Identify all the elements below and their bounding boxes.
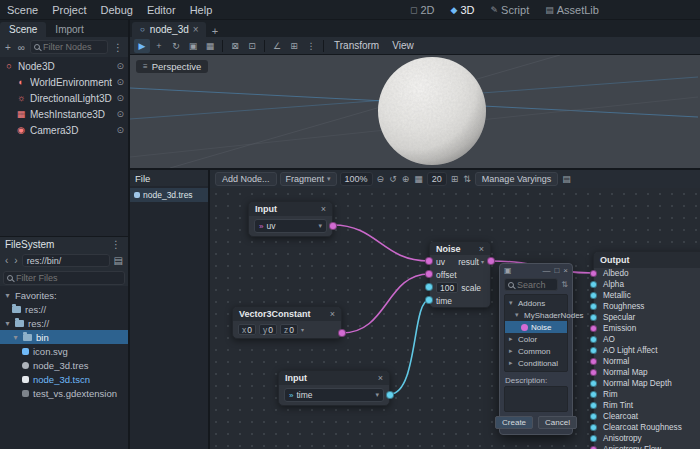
grid-toggle-icon[interactable]: ▦ <box>413 174 424 184</box>
3d-viewport[interactable]: ≡ Perspective <box>130 55 700 168</box>
favorites-row[interactable]: ▾ Favorites: <box>0 288 128 302</box>
minimize-icon[interactable]: — <box>542 266 550 275</box>
expand-arrow-icon[interactable]: ▸ <box>509 347 515 355</box>
create-node-dialog[interactable]: ▣ — □ × ⇅ <box>499 263 573 435</box>
filter-files-input[interactable] <box>16 273 121 283</box>
perspective-button[interactable]: ≡ Perspective <box>136 60 208 73</box>
favorite-res-row[interactable]: res:// <box>0 302 128 316</box>
graph-node-output[interactable]: Output Albedo Alpha Metallic Roughness S… <box>593 251 700 449</box>
input-port[interactable] <box>590 435 597 442</box>
nav-back-icon[interactable]: ‹ <box>3 255 10 266</box>
output-port-result[interactable] <box>487 257 495 265</box>
x-field[interactable]: x0 <box>238 324 256 335</box>
graph-node-vector3constant[interactable]: Vector3Constant × x0 y0 <box>232 306 342 339</box>
input-port[interactable] <box>590 325 597 332</box>
expand-arrow-icon[interactable]: ▾ <box>515 311 521 319</box>
scale-tool-icon[interactable]: ▣ <box>185 39 201 53</box>
instance-scene-icon[interactable]: ∞ <box>16 42 27 53</box>
expand-arrow-icon[interactable]: ▾ <box>4 291 11 300</box>
zoom-reset-icon[interactable]: ↺ <box>388 174 398 184</box>
input-port[interactable] <box>590 281 597 288</box>
menu-debug[interactable]: Debug <box>93 4 139 16</box>
input-port-time[interactable] <box>425 296 433 304</box>
input-port-uv[interactable] <box>425 257 433 265</box>
snap-icon[interactable]: ⊞ <box>286 39 302 53</box>
output-port[interactable] <box>329 222 337 230</box>
mode-3d-button[interactable]: ◆ 3D <box>444 4 482 16</box>
sort-icon[interactable]: ⇅ <box>561 280 568 289</box>
visibility-icon[interactable]: ⊙ <box>116 93 124 103</box>
shader-graph[interactable]: Input × » uv ▾ <box>210 188 700 449</box>
maximize-icon[interactable]: □ <box>554 266 559 275</box>
dialog-title-bar[interactable]: ▣ — □ × <box>500 264 572 277</box>
scale-value-field[interactable]: 100 <box>436 282 458 293</box>
graph-node-input-uv[interactable]: Input × » uv ▾ <box>248 201 333 237</box>
close-icon[interactable]: × <box>378 373 383 383</box>
snap-toggle-icon[interactable]: ⊞ <box>450 174 460 184</box>
input-port[interactable] <box>590 380 597 387</box>
tree-item-myshadernodes[interactable]: ▾ MyShaderNodes <box>505 309 567 321</box>
input-port[interactable] <box>590 402 597 409</box>
file-node3d-tscn-row[interactable]: node_3d.tscn <box>0 372 128 386</box>
node-title-bar[interactable]: Noise × <box>430 242 490 255</box>
list-select-tool-icon[interactable]: ▦ <box>202 39 218 53</box>
cancel-button[interactable]: Cancel <box>538 416 577 429</box>
expand-arrow-icon[interactable]: ▾ <box>4 319 11 328</box>
close-icon[interactable]: × <box>321 204 326 214</box>
sort-icon[interactable]: ⇅ <box>462 174 472 184</box>
input-port[interactable] <box>590 413 597 420</box>
mesh-sphere[interactable] <box>376 55 488 168</box>
input-port[interactable] <box>590 270 597 277</box>
add-node-button[interactable]: Add Node... <box>215 172 277 186</box>
visibility-icon[interactable]: ⊙ <box>116 125 124 135</box>
rotate-tool-icon[interactable]: ↻ <box>168 39 184 53</box>
expand-arrow-icon[interactable]: ▸ <box>509 359 515 367</box>
tree-item-color[interactable]: ▸ Color <box>505 333 567 345</box>
transform-menu[interactable]: Transform <box>328 40 385 51</box>
move-tool-icon[interactable]: + <box>151 39 167 53</box>
expand-arrow-icon[interactable]: ▾ <box>12 333 19 342</box>
create-button[interactable]: Create <box>495 416 533 429</box>
current-path[interactable]: res://bin/ <box>22 254 110 267</box>
scene-tab-node3d[interactable]: ○ node_3d × <box>132 22 206 37</box>
input-port[interactable] <box>590 391 597 398</box>
visibility-icon[interactable]: ⊙ <box>116 61 124 71</box>
tree-item-noise[interactable]: Noise <box>505 321 567 333</box>
tree-row-directionallight3d[interactable]: ☼ DirectionalLight3D ⊙ <box>0 90 128 106</box>
close-icon[interactable]: × <box>330 309 335 319</box>
tree-item-addons[interactable]: ▾ Addons <box>505 297 567 309</box>
graph-node-noise[interactable]: Noise × uv result ▾ <box>429 241 491 308</box>
ruler-icon[interactable]: ∠ <box>269 39 285 53</box>
output-port[interactable] <box>338 329 346 337</box>
tree-item-conditional[interactable]: ▸ Conditional <box>505 357 567 369</box>
node-title-bar[interactable]: Input × <box>249 202 332 216</box>
nav-forward-icon[interactable]: › <box>12 255 19 266</box>
tab-import[interactable]: Import <box>46 22 92 37</box>
close-icon[interactable]: × <box>479 244 484 254</box>
root-row[interactable]: ▾ res:// <box>0 316 128 330</box>
y-field[interactable]: y0 <box>259 324 277 335</box>
input-port[interactable] <box>590 303 597 310</box>
tree-row-worldenvironment[interactable]: ◐ WorldEnvironment ⊙ <box>0 74 128 90</box>
mode-2d-button[interactable]: ◻ 2D <box>403 4 442 16</box>
tree-row-meshinstance3d[interactable]: ▦ MeshInstance3D ⊙ <box>0 106 128 122</box>
input-port[interactable] <box>590 424 597 431</box>
mode-script-button[interactable]: ✎ Script <box>484 4 537 16</box>
input-port[interactable] <box>590 336 597 343</box>
select-tool-icon[interactable]: ▶ <box>134 39 150 53</box>
expand-arrow-icon[interactable]: ▾ <box>509 299 515 307</box>
close-tab-icon[interactable]: × <box>193 24 199 35</box>
input-port[interactable] <box>590 369 597 376</box>
file-node3d-tres-row[interactable]: node_3d.tres <box>0 358 128 372</box>
grid-size-field[interactable]: 20 <box>427 172 447 186</box>
lock-icon[interactable]: ⊠ <box>227 39 243 53</box>
mode-assetlib-button[interactable]: ▤ AssetLib <box>538 4 606 16</box>
node-search-input[interactable] <box>517 280 554 290</box>
input-port[interactable] <box>590 347 597 354</box>
focus-file-icon[interactable]: ▤ <box>112 255 125 266</box>
visibility-icon[interactable]: ⊙ <box>116 109 124 119</box>
tree-row-node3d[interactable]: ○ Node3D ⊙ <box>0 58 128 74</box>
menu-project[interactable]: Project <box>45 4 93 16</box>
zoom-out-icon[interactable]: ⊖ <box>376 174 386 184</box>
zoom-in-icon[interactable]: ⊕ <box>401 174 411 184</box>
